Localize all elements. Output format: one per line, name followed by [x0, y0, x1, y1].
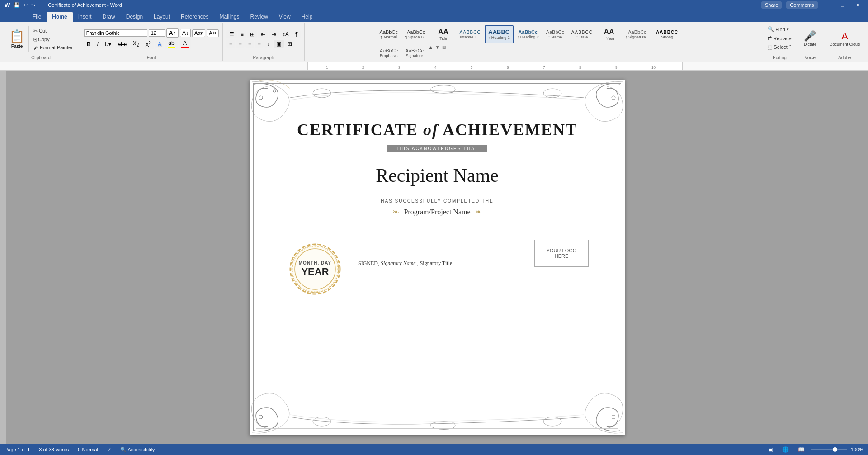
find-button[interactable]: 🔍 Find ▾	[766, 25, 790, 33]
tab-mailings[interactable]: Mailings	[214, 12, 245, 22]
style-emphasis[interactable]: AaBbCc Emphasis	[376, 44, 401, 62]
tab-layout[interactable]: Layout	[148, 12, 175, 22]
cut-button[interactable]: ✂ Cut	[32, 27, 75, 35]
style-intense-e[interactable]: AABBCC Intense E...	[457, 25, 484, 43]
cut-icon: ✂	[33, 28, 38, 34]
adobe-content: A Document Cloud	[826, 24, 863, 54]
zoom-thumb	[833, 447, 837, 452]
editing-label: Editing	[773, 54, 787, 60]
style-space-before[interactable]: AaBbCc ¶ Space B...	[402, 25, 430, 43]
styles-scroll-up[interactable]: ▲	[428, 44, 434, 51]
voice-content: 🎤 Dictate	[800, 24, 820, 54]
page-info: Page 1 of 1	[5, 447, 30, 452]
font-grow-button[interactable]: A↑	[166, 28, 179, 38]
tab-file[interactable]: File	[27, 12, 47, 22]
tab-draw[interactable]: Draw	[97, 12, 121, 22]
numbering-button[interactable]: ≡	[238, 30, 246, 38]
style-signature[interactable]: AaBbCc ↑ Signature...	[622, 25, 652, 43]
tab-references[interactable]: References	[175, 12, 214, 22]
justify-button[interactable]: ≡	[255, 40, 264, 48]
multilevel-list-button[interactable]: ⊞	[247, 30, 257, 38]
strikethrough-button[interactable]: abc	[115, 40, 129, 48]
tab-design[interactable]: Design	[121, 12, 148, 22]
dictate-button[interactable]: 🎤 Dictate	[801, 30, 819, 48]
decrease-indent-button[interactable]: ⇤	[258, 30, 268, 38]
read-mode-button[interactable]: 📖	[795, 446, 807, 454]
italic-button[interactable]: I	[94, 40, 101, 48]
voice-group: 🎤 Dictate Voice	[797, 23, 823, 61]
style-date[interactable]: AABBCC ↑ Date	[568, 25, 596, 43]
text-effects-button[interactable]: A	[155, 40, 164, 48]
minimize-button[interactable]: ─	[822, 2, 833, 8]
increase-indent-button[interactable]: ⇥	[269, 30, 279, 38]
styles-expand[interactable]: ⊞	[441, 44, 447, 51]
style-signature2[interactable]: AaBbCc Signature	[402, 44, 427, 62]
maximize-button[interactable]: □	[837, 2, 848, 8]
shading-button[interactable]: ▣	[274, 40, 284, 48]
share-button[interactable]: Share	[761, 1, 782, 9]
style-heading1[interactable]: AABBC ↑ Heading 1	[485, 25, 514, 43]
highlight-button[interactable]: ab	[165, 39, 178, 49]
superscript-button[interactable]: X2	[142, 39, 154, 49]
font-size-input[interactable]	[149, 29, 165, 37]
clipboard-content: 📋 Paste ✂ Cut ⎘ Copy 🖌 Format Painter	[5, 24, 77, 54]
accessibility-check[interactable]: 🔍 Accessibility	[120, 447, 155, 453]
tab-home[interactable]: Home	[47, 12, 72, 22]
status-bar: Page 1 of 1 3 of 33 words 0 Normal ✓ 🔍 A…	[0, 444, 868, 455]
font-color-button[interactable]: A	[179, 39, 191, 49]
word-icon: W	[5, 2, 10, 9]
align-left-button[interactable]: ≡	[226, 40, 235, 48]
align-center-button[interactable]: ≡	[236, 40, 245, 48]
clipboard-group: 📋 Paste ✂ Cut ⎘ Copy 🖌 Format Painter Cl…	[2, 23, 80, 61]
tab-insert[interactable]: Insert	[73, 12, 97, 22]
zoom-level: 100%	[851, 447, 863, 452]
cert-sig-line	[358, 258, 530, 258]
format-painter-button[interactable]: 🖌 Format Painter	[32, 44, 75, 51]
paste-button[interactable]: 📋 Paste	[5, 25, 29, 52]
document-cloud-button[interactable]: A Document Cloud	[827, 30, 863, 48]
quick-access-undo[interactable]: ↩	[24, 2, 28, 8]
para-row1: ☰ ≡ ⊞ ⇤ ⇥ ↕A ¶	[226, 30, 301, 38]
bold-button[interactable]: B	[84, 40, 94, 48]
copy-button[interactable]: ⎘ Copy	[32, 36, 75, 43]
tab-view[interactable]: View	[274, 12, 296, 22]
bullets-button[interactable]: ☰	[226, 30, 237, 38]
replace-button[interactable]: ⇄ Replace	[766, 34, 793, 42]
svg-text:MONTH, DAY: MONTH, DAY	[299, 261, 331, 265]
line-spacing-button[interactable]: ↕	[264, 40, 273, 48]
comments-button[interactable]: Comments	[786, 1, 817, 9]
style-name[interactable]: AaBbCc ↑ Name	[542, 25, 568, 43]
style-normal[interactable]: AaBbCc ¶ Normal	[376, 25, 401, 43]
style-title[interactable]: AA Title	[431, 25, 456, 43]
font-shrink-button[interactable]: A↓	[180, 29, 191, 37]
web-layout-button[interactable]: 🌐	[779, 446, 792, 454]
borders-button[interactable]: ⊞	[285, 40, 295, 48]
font-name-input[interactable]	[84, 29, 147, 37]
show-hide-button[interactable]: ¶	[292, 30, 301, 38]
tab-review[interactable]: Review	[245, 12, 274, 22]
tab-help[interactable]: Help	[296, 12, 318, 22]
ruler-inner: 1 2 3 4 5 6 7 8 9 10	[307, 62, 683, 70]
cert-content: CERTIFICATE of ACHIEVEMENT THIS ACKNOWLE…	[250, 80, 625, 435]
styles-scroll-down[interactable]: ▼	[434, 44, 441, 51]
clear-formatting-button[interactable]: A✕	[207, 29, 218, 37]
underline-button[interactable]: U▾	[102, 40, 114, 48]
flourish-left: ❧	[392, 207, 399, 217]
close-button[interactable]: ✕	[852, 2, 863, 8]
style-year[interactable]: AA ↑ Year	[596, 25, 622, 43]
document-area[interactable]: CERTIFICATE of ACHIEVEMENT THIS ACKNOWLE…	[6, 71, 868, 444]
quick-access-redo[interactable]: ↪	[31, 2, 35, 8]
style-heading2[interactable]: AaBbCc ↑ Heading 2	[514, 25, 542, 43]
align-right-button[interactable]: ≡	[245, 40, 254, 48]
paragraph-label: Paragraph	[253, 54, 274, 60]
zoom-slider[interactable]	[811, 449, 847, 450]
select-button[interactable]: ⬚ Select ˅	[766, 43, 793, 51]
quick-access-save[interactable]: 💾	[14, 2, 20, 8]
subscript-button[interactable]: X2	[130, 39, 142, 48]
style-strong[interactable]: AABBCC Strong	[653, 25, 681, 43]
print-layout-button[interactable]: ▣	[765, 446, 776, 454]
svg-text:5: 5	[471, 66, 473, 70]
left-margin-indicator	[0, 71, 6, 444]
change-case-button[interactable]: Aa▾	[192, 29, 205, 37]
sort-button[interactable]: ↕A	[280, 30, 292, 38]
